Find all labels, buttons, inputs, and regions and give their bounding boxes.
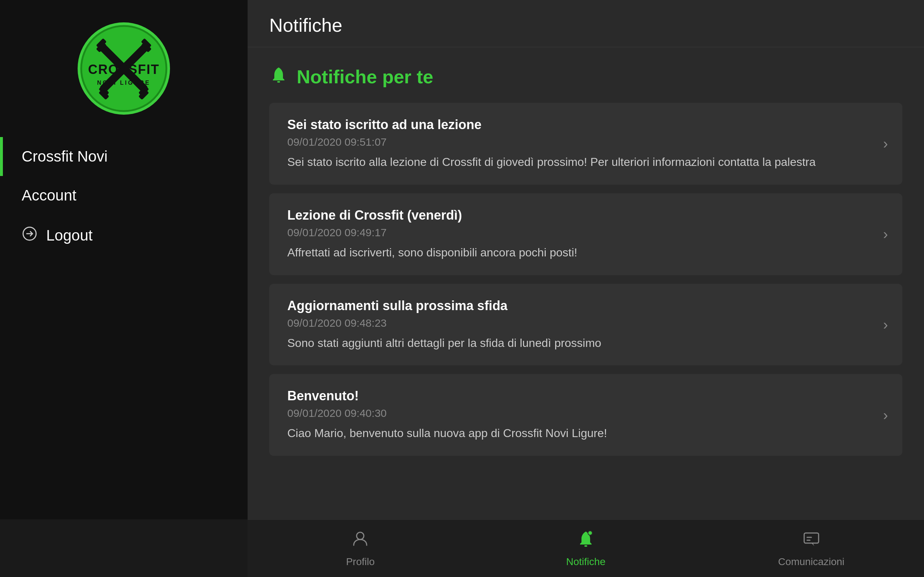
sidebar-item-crossfit-novi[interactable]: Crossfit Novi	[0, 137, 247, 176]
comunicazioni-label: Comunicazioni	[778, 556, 845, 567]
notification-title: Benvenuto!	[287, 388, 874, 403]
sidebar-item-label-account: Account	[22, 187, 76, 204]
notification-body: Sono stati aggiunti altri dettagli per l…	[287, 335, 874, 351]
notification-body: Ciao Mario, benvenuto sulla nuova app di…	[287, 425, 874, 442]
profilo-label: Profilo	[346, 556, 375, 567]
bottom-nav-notifiche[interactable]: Notifiche	[473, 529, 699, 567]
svg-text:CROSSFIT: CROSSFIT	[88, 62, 160, 77]
bell-section-icon	[269, 65, 288, 89]
logo-container: CROSSFIT NOVI LIGURE	[0, 0, 247, 130]
bottom-nav-comunicazioni[interactable]: Comunicazioni	[698, 529, 924, 567]
notification-date: 09/01/2020 09:49:17	[287, 226, 874, 239]
svg-rect-20	[804, 533, 819, 543]
section-title: Notifiche per te	[297, 66, 433, 88]
bottom-nav-profilo[interactable]: Profilo	[247, 529, 473, 567]
notification-body: Sei stato iscrito alla lezione di Crossf…	[287, 154, 874, 170]
svg-rect-18	[584, 545, 587, 547]
sidebar-item-label-logout: Logout	[46, 227, 92, 244]
section-header: Notifiche per te	[269, 65, 902, 89]
profilo-icon	[351, 529, 370, 553]
notifiche-label: Notifiche	[566, 556, 606, 567]
notification-date: 09/01/2020 09:48:23	[287, 317, 874, 329]
notification-card-2[interactable]: Lezione di Crossfit (venerdì) 09/01/2020…	[269, 193, 902, 275]
notifications-list: Sei stato iscritto ad una lezione 09/01/…	[269, 103, 902, 456]
svg-text:NOVI LIGURE: NOVI LIGURE	[97, 80, 150, 86]
notification-date: 09/01/2020 09:40:30	[287, 407, 874, 419]
logout-icon	[22, 226, 37, 245]
page-header: Notifiche	[247, 0, 924, 47]
content-area: Notifiche per te Sei stato iscritto ad u…	[247, 47, 924, 519]
chevron-right-icon: ›	[883, 316, 888, 332]
sidebar-navigation: Crossfit Novi Account Logout	[0, 137, 247, 256]
notification-body: Affrettati ad iscriverti, sono disponibi…	[287, 245, 874, 261]
notification-card-3[interactable]: Aggiornamenti sulla prossima sfida 09/01…	[269, 284, 902, 366]
chevron-right-icon: ›	[883, 226, 888, 242]
chevron-right-icon: ›	[883, 407, 888, 423]
notifiche-icon	[577, 529, 595, 553]
chevron-right-icon: ›	[883, 135, 888, 152]
svg-rect-16	[277, 81, 280, 82]
notification-card-4[interactable]: Benvenuto! 09/01/2020 09:40:30 Ciao Mari…	[269, 374, 902, 456]
sidebar-item-label-crossfit-novi: Crossfit Novi	[22, 148, 108, 165]
page-title: Notifiche	[269, 15, 902, 36]
crossfit-logo: CROSSFIT NOVI LIGURE	[77, 22, 171, 115]
comunicazioni-icon	[802, 529, 821, 553]
svg-point-19	[588, 531, 592, 535]
svg-point-17	[357, 532, 364, 540]
notification-card-1[interactable]: Sei stato iscritto ad una lezione 09/01/…	[269, 103, 902, 185]
notification-title: Sei stato iscritto ad una lezione	[287, 117, 874, 132]
bottom-navigation: Profilo Notifiche Comunicazioni	[247, 519, 924, 577]
sidebar: CROSSFIT NOVI LIGURE Crossfit Novi Accou…	[0, 0, 247, 519]
notification-title: Lezione di Crossfit (venerdì)	[287, 208, 874, 223]
main-content: Notifiche Notifiche per te Sei stato isc…	[247, 0, 924, 519]
sidebar-item-account[interactable]: Account	[0, 176, 247, 215]
notification-title: Aggiornamenti sulla prossima sfida	[287, 298, 874, 313]
notification-date: 09/01/2020 09:51:07	[287, 136, 874, 148]
sidebar-item-logout[interactable]: Logout	[0, 215, 247, 256]
